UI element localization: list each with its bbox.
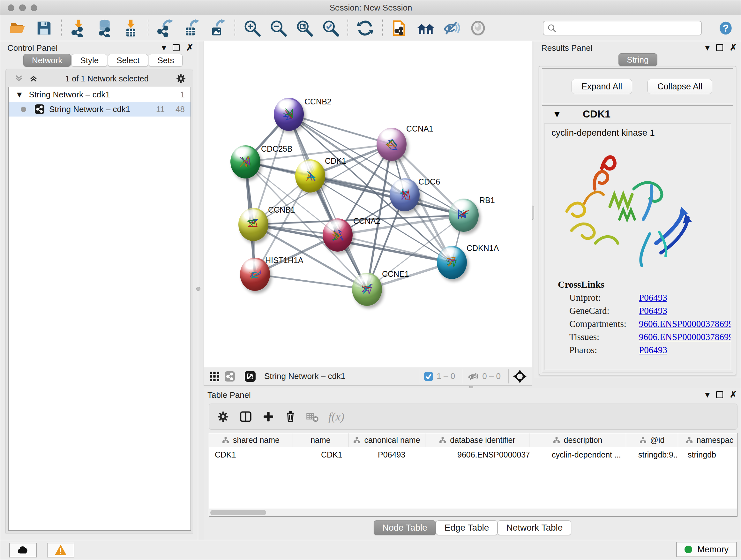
panel-menu-icon[interactable]: ▼ bbox=[161, 44, 166, 51]
network-node-cdk1[interactable] bbox=[295, 159, 325, 192]
delete-table-icon[interactable] bbox=[306, 410, 319, 423]
zoom-in-icon[interactable] bbox=[243, 18, 261, 38]
network-node-rb1[interactable] bbox=[449, 199, 479, 232]
close-panel-icon[interactable]: ✗ bbox=[186, 44, 193, 51]
cell-canonical-name[interactable]: P06493 bbox=[348, 447, 425, 462]
network-node-cdkn1a[interactable] bbox=[437, 246, 467, 279]
zoom-selected-icon[interactable] bbox=[321, 18, 340, 38]
refresh-icon[interactable] bbox=[356, 18, 374, 38]
network-node-ccna1[interactable] bbox=[377, 128, 407, 161]
show-columns-icon[interactable] bbox=[239, 410, 253, 423]
column-header-canonical-name[interactable]: canonical name bbox=[348, 433, 425, 447]
node-label-ccna2: CCNA2 bbox=[353, 216, 381, 226]
delete-column-icon[interactable] bbox=[284, 411, 296, 423]
network-node-cdc25b[interactable] bbox=[230, 145, 260, 179]
entry-collapse-icon[interactable]: ▼ bbox=[554, 110, 560, 118]
zoom-fit-icon[interactable] bbox=[295, 18, 314, 38]
table-row[interactable]: CDK1 CDK1 P06493 9606.ENSP00000378699 cy… bbox=[209, 447, 737, 462]
network-list-share-icon[interactable] bbox=[224, 371, 235, 382]
memory-button[interactable]: Memory bbox=[676, 542, 737, 557]
crosslink-link[interactable]: P06493 bbox=[639, 293, 667, 303]
export-table-icon[interactable] bbox=[182, 18, 201, 38]
detach-view-icon[interactable] bbox=[245, 371, 256, 382]
network-canvas[interactable]: CCNB2CCNA1CDC25BCDK1CDC6RB1CCNB1CCNA2CDK… bbox=[204, 41, 532, 367]
panel-menu-icon[interactable]: ▼ bbox=[705, 44, 710, 51]
network-node-ccne1[interactable] bbox=[352, 273, 382, 306]
tab-string[interactable]: String bbox=[618, 53, 657, 66]
cell-description[interactable]: cyclin-dependent ... bbox=[529, 447, 626, 462]
float-panel-icon[interactable] bbox=[716, 391, 723, 398]
save-session-icon[interactable] bbox=[35, 18, 53, 38]
network-node-ccnb1[interactable] bbox=[239, 208, 268, 241]
panel-menu-icon[interactable]: ▼ bbox=[705, 391, 710, 398]
create-column-icon[interactable] bbox=[262, 410, 275, 423]
tab-style[interactable]: Style bbox=[71, 54, 107, 67]
tab-sets[interactable]: Sets bbox=[149, 54, 183, 67]
tab-select[interactable]: Select bbox=[108, 54, 148, 67]
tab-network-table[interactable]: Network Table bbox=[497, 520, 571, 535]
column-header-name[interactable]: name bbox=[293, 433, 348, 447]
network-collection-row[interactable]: ▼ String Network – cdk1 1 bbox=[9, 87, 191, 102]
column-header-database-identifier[interactable]: database identifier bbox=[425, 433, 529, 447]
cell-database-identifier[interactable]: 9606.ENSP00000378699 bbox=[425, 447, 529, 462]
show-hide-eye-icon[interactable] bbox=[443, 18, 461, 38]
warnings-button[interactable] bbox=[47, 543, 74, 557]
tab-network[interactable]: Network bbox=[23, 54, 71, 67]
close-panel-icon[interactable]: ✗ bbox=[730, 44, 737, 51]
birdseye-navigator-icon[interactable] bbox=[513, 370, 527, 383]
scrollbar-thumb[interactable] bbox=[210, 510, 266, 515]
export-image-icon[interactable] bbox=[208, 18, 227, 38]
collapse-all-networks-icon[interactable] bbox=[14, 74, 23, 83]
zoom-out-icon[interactable] bbox=[269, 18, 287, 38]
column-header-id[interactable]: @id bbox=[626, 433, 678, 447]
expand-all-button[interactable]: Expand All bbox=[571, 79, 632, 94]
home-neighbors-icon[interactable] bbox=[416, 18, 435, 38]
crosslink-link[interactable]: P06493 bbox=[639, 345, 667, 355]
import-table-icon[interactable] bbox=[122, 18, 140, 38]
cell-name[interactable]: CDK1 bbox=[293, 447, 348, 462]
collection-expand-icon[interactable]: ▼ bbox=[17, 91, 22, 98]
grid-view-icon[interactable] bbox=[209, 371, 220, 382]
svg-text:?: ? bbox=[723, 22, 729, 34]
cell-id[interactable]: stringdb:9... bbox=[626, 447, 678, 462]
cell-shared-name[interactable]: CDK1 bbox=[209, 447, 293, 462]
export-network-icon[interactable] bbox=[156, 18, 175, 38]
gear-icon[interactable] bbox=[217, 410, 229, 423]
float-panel-icon[interactable] bbox=[173, 44, 180, 51]
float-panel-icon[interactable] bbox=[716, 44, 723, 51]
left-splitter-handle[interactable] bbox=[196, 287, 200, 291]
tab-edge-table[interactable]: Edge Table bbox=[436, 520, 498, 535]
import-database-icon[interactable] bbox=[95, 18, 114, 38]
crosslink-link[interactable]: P06493 bbox=[639, 306, 667, 316]
string-document-icon[interactable] bbox=[390, 18, 409, 38]
network-node-ccnb2[interactable] bbox=[274, 98, 304, 131]
open-session-icon[interactable] bbox=[9, 18, 27, 38]
table-horizontal-scrollbar[interactable] bbox=[209, 509, 737, 516]
crosslink-link[interactable]: 9606.ENSP00000378699 bbox=[639, 319, 731, 329]
column-header-namespace[interactable]: namespac bbox=[678, 433, 738, 447]
network-row[interactable]: String Network – cdk1 11 48 bbox=[9, 102, 191, 117]
column-header-description[interactable]: description bbox=[529, 433, 626, 447]
cdk1-entry-header[interactable]: ▼ CDK1 bbox=[542, 106, 733, 122]
cloud-button[interactable] bbox=[9, 543, 37, 557]
tab-node-table[interactable]: Node Table bbox=[374, 520, 436, 535]
network-node-cdc6[interactable] bbox=[390, 178, 420, 211]
network-node-ccna2[interactable] bbox=[323, 219, 353, 252]
collapse-all-button[interactable]: Collapse All bbox=[648, 79, 712, 94]
cell-namespace[interactable]: stringdb bbox=[678, 447, 738, 462]
hidden-eye-slash-icon[interactable] bbox=[468, 371, 479, 382]
crosslink-link[interactable]: 9606.ENSP00000378699 bbox=[639, 332, 731, 342]
column-header-shared-name[interactable]: shared name bbox=[209, 433, 293, 447]
help-icon[interactable]: ? bbox=[717, 18, 735, 38]
network-tree: ▼ String Network – cdk1 1 String Network… bbox=[8, 87, 191, 531]
import-network-icon[interactable] bbox=[69, 18, 88, 38]
search-input[interactable] bbox=[543, 21, 702, 36]
expand-all-networks-icon[interactable] bbox=[29, 74, 38, 83]
close-panel-icon[interactable]: ✗ bbox=[730, 391, 737, 398]
eye-disabled-icon[interactable] bbox=[469, 18, 487, 38]
control-panel-title: Control Panel bbox=[7, 43, 58, 53]
function-builder-icon[interactable]: f(x) bbox=[328, 410, 344, 423]
navbar-separator bbox=[240, 369, 240, 383]
network-options-gear-icon[interactable] bbox=[176, 73, 186, 84]
selected-checkbox-icon[interactable] bbox=[424, 372, 433, 381]
